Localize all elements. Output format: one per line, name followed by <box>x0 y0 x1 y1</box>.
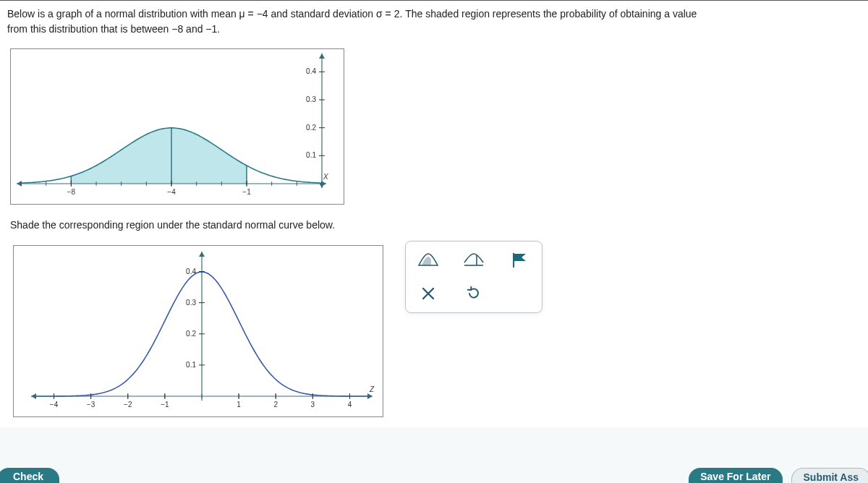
q-text: Below is a graph of a normal distributio… <box>7 8 239 20</box>
svg-text:0.2: 0.2 <box>306 124 316 132</box>
question-text: Below is a graph of a normal distributio… <box>7 7 861 37</box>
svg-text:0.4: 0.4 <box>186 268 196 275</box>
svg-text:−3: −3 <box>87 401 95 409</box>
svg-text:1: 1 <box>237 401 241 409</box>
svg-text:0.3: 0.3 <box>186 299 196 307</box>
q-text: . <box>217 23 220 35</box>
vertical-line-tool[interactable] <box>458 247 490 273</box>
svg-text:0.4: 0.4 <box>306 67 316 75</box>
chart-toolbar <box>405 241 542 313</box>
svg-text:−2: −2 <box>124 401 132 409</box>
svg-text:0.2: 0.2 <box>186 330 196 338</box>
shade-region-tool[interactable] <box>412 247 444 273</box>
svg-text:4: 4 <box>348 401 352 409</box>
footer-bar: Check Save For Later Submit Ass <box>0 469 868 483</box>
svg-text:−1: −1 <box>161 401 169 409</box>
svg-text:0.1: 0.1 <box>186 361 196 369</box>
svg-text:0.3: 0.3 <box>306 95 316 103</box>
q-sigma: σ = 2 <box>376 8 399 20</box>
q-mu: μ = −4 <box>239 8 268 20</box>
q-text: and <box>183 23 205 35</box>
standard-normal-chart[interactable]: −4−3−2−112340.10.20.30.4Z <box>13 245 383 417</box>
svg-text:Z: Z <box>369 385 375 393</box>
q-text: . The shaded region represents the proba… <box>399 8 697 20</box>
given-normal-chart: −8−4−10.10.20.30.4X <box>10 48 344 205</box>
reset-button[interactable] <box>458 281 490 307</box>
q-val2: −1 <box>205 23 217 35</box>
svg-text:X: X <box>323 173 328 181</box>
q-text: from this distribution that is between <box>7 23 171 35</box>
check-button[interactable]: Check <box>0 468 59 483</box>
svg-text:−8: −8 <box>67 188 76 196</box>
svg-text:3: 3 <box>311 401 315 409</box>
flag-tool[interactable] <box>503 247 535 273</box>
svg-text:0.1: 0.1 <box>306 151 316 159</box>
svg-text:2: 2 <box>273 401 278 409</box>
save-for-later-button[interactable]: Save For Later <box>689 468 782 484</box>
q-val1: −8 <box>171 23 183 35</box>
svg-text:−1: −1 <box>242 188 251 196</box>
submit-button[interactable]: Submit Ass <box>791 468 869 484</box>
clear-button[interactable] <box>412 281 444 307</box>
svg-text:−4: −4 <box>167 188 176 196</box>
svg-text:−4: −4 <box>50 401 59 409</box>
instruction-text: Shade the corresponding region under the… <box>10 219 861 231</box>
q-text: and standard deviation <box>268 8 376 20</box>
